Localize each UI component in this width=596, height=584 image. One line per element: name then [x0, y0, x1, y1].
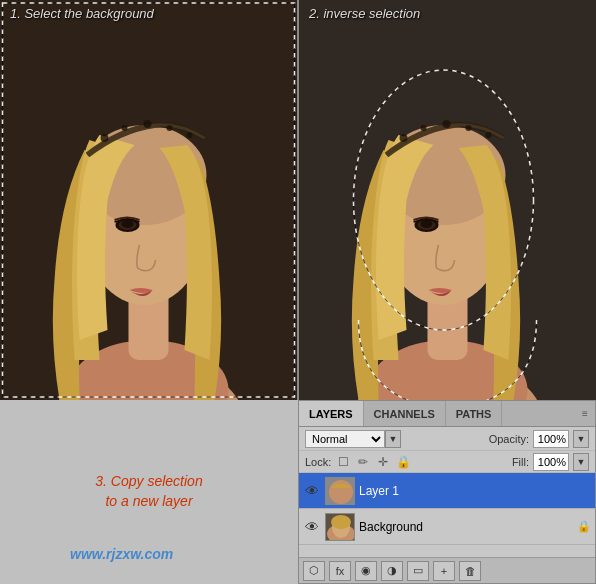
layers-panel-container: LAYERS CHANNELS PATHS ≡ Normal	[298, 400, 596, 584]
footer-link-button[interactable]: ⬡	[303, 561, 325, 581]
panel-menu-button[interactable]: ≡	[575, 401, 595, 427]
svg-point-25	[466, 125, 472, 131]
footer-group-button[interactable]: ▭	[407, 561, 429, 581]
tab-channels[interactable]: CHANNELS	[364, 401, 446, 426]
left-photo-panel: 1. Select the background	[0, 0, 297, 400]
svg-point-10	[187, 132, 193, 138]
layer-item-1[interactable]: 👁 Layer 1	[299, 473, 595, 509]
tab-layers[interactable]: LAYERS	[299, 401, 364, 426]
step3-label: 3. Copy selectionto a new layer	[95, 472, 202, 511]
opacity-row: Opacity: ▼	[401, 430, 589, 448]
eye-icon-1: 👁	[305, 483, 319, 499]
svg-point-6	[101, 134, 109, 142]
svg-point-22	[400, 134, 408, 142]
panel-footer: ⬡ fx ◉ ◑ ▭ + 🗑	[299, 557, 595, 583]
opacity-label: Opacity:	[489, 433, 529, 445]
svg-point-26	[486, 132, 492, 138]
layer-thumb-bg	[325, 513, 355, 541]
step2-label: 2. inverse selection	[309, 6, 420, 21]
bottom-left-area: 3. Copy selectionto a new layer www.rjzx…	[0, 400, 298, 584]
lock-position-icon[interactable]: ✛	[375, 454, 391, 470]
footer-new-button[interactable]: +	[433, 561, 455, 581]
layer-item-background[interactable]: 👁 Background 🔒	[299, 509, 595, 545]
right-photo-panel: 2. inverse selection	[299, 0, 596, 400]
layer-visibility-bg[interactable]: 👁	[303, 518, 321, 536]
footer-adjustment-button[interactable]: ◑	[381, 561, 403, 581]
blend-mode-arrow[interactable]: ▼	[385, 430, 401, 448]
fill-arrow[interactable]: ▼	[573, 453, 589, 471]
layer-thumb-1	[325, 477, 355, 505]
svg-point-7	[122, 125, 128, 131]
top-section: 1. Select the background	[0, 0, 596, 400]
opacity-input[interactable]	[533, 430, 569, 448]
fill-input[interactable]	[533, 453, 569, 471]
panel-tabs: LAYERS CHANNELS PATHS ≡	[299, 401, 595, 427]
footer-fx-button[interactable]: fx	[329, 561, 351, 581]
eye-icon-bg: 👁	[305, 519, 319, 535]
layers-panel: LAYERS CHANNELS PATHS ≡ Normal	[298, 400, 596, 584]
svg-point-29	[421, 220, 433, 228]
lock-paint-icon[interactable]: ✏	[355, 454, 371, 470]
layers-list: 👁 Layer 1	[299, 473, 595, 557]
step1-label: 1. Select the background	[10, 6, 154, 21]
lock-transparent-icon[interactable]: ☐	[335, 454, 351, 470]
svg-point-24	[443, 120, 451, 128]
lock-label: Lock:	[305, 456, 331, 468]
footer-mask-button[interactable]: ◉	[355, 561, 377, 581]
svg-point-23	[421, 125, 427, 131]
footer-delete-button[interactable]: 🗑	[459, 561, 481, 581]
opacity-arrow[interactable]: ▼	[573, 430, 589, 448]
fill-label: Fill:	[512, 456, 529, 468]
watermark-text: www.rjzxw.com	[70, 546, 173, 562]
left-photo-bg: 1. Select the background	[0, 0, 297, 400]
lock-fill-row: Lock: ☐ ✏ ✛ 🔒 Fill: ▼	[299, 451, 595, 473]
svg-point-9	[167, 125, 173, 131]
layer-visibility-1[interactable]: 👁	[303, 482, 321, 500]
tab-paths[interactable]: PATHS	[446, 401, 503, 426]
main-area: 1. Select the background	[0, 0, 596, 584]
left-portrait-svg	[0, 0, 297, 400]
bottom-section: 3. Copy selectionto a new layer www.rjzx…	[0, 400, 596, 584]
fill-row: Fill: ▼	[512, 453, 589, 471]
panel-tabs-right: ≡	[575, 401, 595, 427]
svg-point-37	[331, 515, 351, 529]
blend-mode-select[interactable]: Normal	[305, 430, 385, 448]
svg-point-13	[122, 220, 134, 228]
blend-opacity-row: Normal ▼ Opacity: ▼	[299, 427, 595, 451]
svg-point-8	[144, 120, 152, 128]
layer-name-1: Layer 1	[359, 484, 591, 498]
layer-name-bg: Background	[359, 520, 573, 534]
right-portrait-svg	[299, 0, 596, 400]
layer-lock-icon: 🔒	[577, 520, 591, 533]
lock-all-icon[interactable]: 🔒	[395, 454, 411, 470]
right-photo-bg: 2. inverse selection	[299, 0, 596, 400]
